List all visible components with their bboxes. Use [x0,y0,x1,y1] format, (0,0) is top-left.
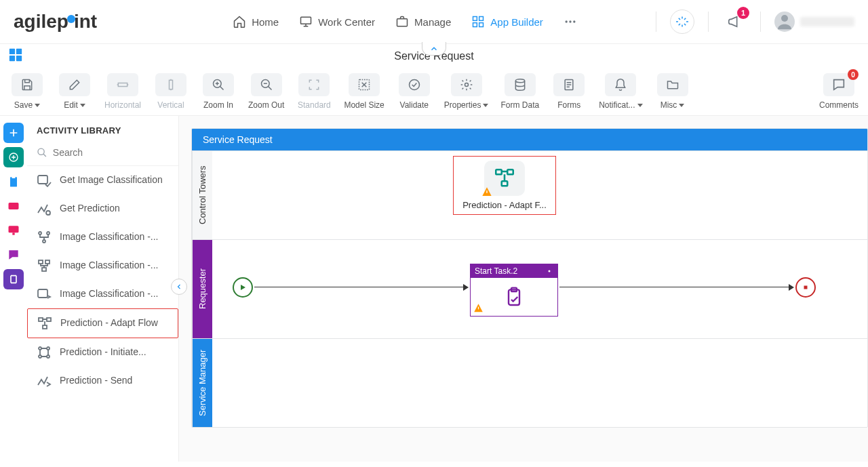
flow-end-node[interactable] [795,277,816,298]
form-icon [562,78,576,92]
activity-library-title: ACTIVITY LIBRARY [27,116,178,142]
zoom-out-icon [260,78,273,92]
task-start-task-2[interactable]: Start Task.2 [470,264,558,317]
rail-present-button[interactable] [3,220,24,241]
svg-rect-15 [170,80,173,89]
svg-point-34 [43,240,45,243]
side-rail [0,116,27,462]
model-size-button[interactable]: Model Size [344,73,384,110]
misc-button[interactable]: Misc [655,73,690,110]
nav-app-builder[interactable]: App Builder [471,15,543,28]
svg-rect-4 [473,23,477,27]
nav-home[interactable]: Home [233,15,279,28]
lib-item-prediction-initiate[interactable]: Prediction - Initiate... [27,338,178,367]
nav-work-center-label: Work Center [318,16,375,28]
lane-container: Service Request Control Towers Predictio… [191,128,868,428]
collapse-header-button[interactable] [422,42,446,56]
nav-app-builder-label: App Builder [490,16,543,28]
horizontal-button[interactable]: Horizontal [104,73,141,110]
nav-work-center[interactable]: Work Center [299,15,375,28]
search-input[interactable] [53,147,169,158]
svg-point-20 [465,83,468,87]
properties-button[interactable]: Properties [444,73,489,110]
svg-rect-0 [301,17,311,24]
rail-text-button[interactable] [3,269,24,289]
svg-rect-35 [39,260,43,264]
lib-item-get-image-classification[interactable]: Get Image Classification [27,166,178,195]
form-data-button[interactable]: Form Data [500,73,539,110]
apps-grid-button[interactable] [8,47,23,65]
main-nav: Home Work Center Manage App Builder [233,15,577,28]
lib-item-prediction-adapt-flow[interactable]: Prediction - Adapt Flow [27,308,178,338]
task-title: Start Task.2 [475,266,517,276]
chevron-down-icon [483,104,488,107]
user-avatar[interactable] [774,12,795,32]
svg-rect-27 [9,226,19,232]
svg-rect-5 [479,23,484,27]
lane-label-control-towers[interactable]: Control Towers [192,151,212,239]
flow-connector-2 [559,287,790,287]
flow-arrow-1 [463,284,469,291]
svg-point-32 [39,232,41,235]
database-icon [513,78,527,92]
validate-button[interactable]: Validate [397,73,432,110]
svg-point-6 [565,20,567,22]
rail-clipboard-button[interactable] [3,171,24,192]
lane-label-service-manager[interactable]: Service Manager [192,339,212,427]
nav-manage[interactable]: Manage [395,15,451,28]
announcements-button[interactable]: 1 [722,9,747,34]
process-canvas[interactable]: Service Request Control Towers Predictio… [179,116,868,462]
nav-manage-label: Manage [414,16,451,28]
lib-item-image-classification-1[interactable]: Image Classification -... [27,223,178,251]
play-icon [239,283,247,291]
plus-icon [8,127,19,138]
standard-button[interactable]: Standard [296,73,332,110]
svg-point-42 [39,347,41,350]
rail-chat-button[interactable] [3,245,24,265]
activity-prediction-adapt-flow[interactable]: Prediction - Adapt F... [453,156,556,215]
nav-more[interactable] [564,15,577,28]
gear-icon[interactable] [545,267,553,275]
svg-rect-11 [16,48,22,54]
header-right: 1 [656,9,854,34]
user-icon [774,12,795,32]
card-icon [7,199,20,213]
svg-point-8 [573,20,575,22]
chevron-down-icon [637,104,643,107]
collapse-library-button[interactable] [171,279,187,295]
svg-point-33 [47,232,50,235]
svg-rect-14 [118,83,127,87]
comments-button[interactable]: 0 Comments [819,73,859,110]
svg-rect-28 [12,232,14,235]
bell-icon [614,78,627,92]
brand-logo: agilepint [14,11,97,33]
library-search[interactable] [27,142,178,166]
zoom-in-button[interactable]: Zoom In [201,73,236,110]
grid-apps-icon [471,15,485,28]
lib-item-get-prediction[interactable]: Get Prediction [27,195,178,223]
svg-rect-41 [43,325,47,329]
assist-button[interactable] [670,9,694,34]
chevron-up-icon [429,44,439,54]
vertical-button[interactable]: Vertical [153,73,189,110]
edit-icon [68,78,81,92]
save-button[interactable]: Save [9,73,45,110]
lane-label-requester[interactable]: Requester [192,240,212,338]
rail-add-button[interactable] [3,123,24,143]
rail-card-button[interactable] [3,196,24,216]
edit-button[interactable]: Edit [57,73,92,110]
svg-point-7 [569,20,571,22]
notifications-button[interactable]: Notificat... [599,73,642,110]
brain-icon [7,151,20,163]
activity-library-panel: ACTIVITY LIBRARY Get Image Classificatio… [27,116,179,462]
forms-button[interactable]: Forms [551,73,587,110]
lib-item-image-classification-2[interactable]: Image Classification -... [27,251,178,280]
rail-ai-button[interactable] [3,147,24,167]
chat-icon [7,248,20,262]
zoom-out-button[interactable]: Zoom Out [248,73,284,110]
lib-item-image-classification-3[interactable]: Image Classification -... [27,280,178,308]
flow-start-node[interactable] [233,277,253,298]
clipboard-icon [7,175,20,188]
flow-icon [37,315,53,331]
lib-item-prediction-send[interactable]: Prediction - Send [27,367,178,395]
